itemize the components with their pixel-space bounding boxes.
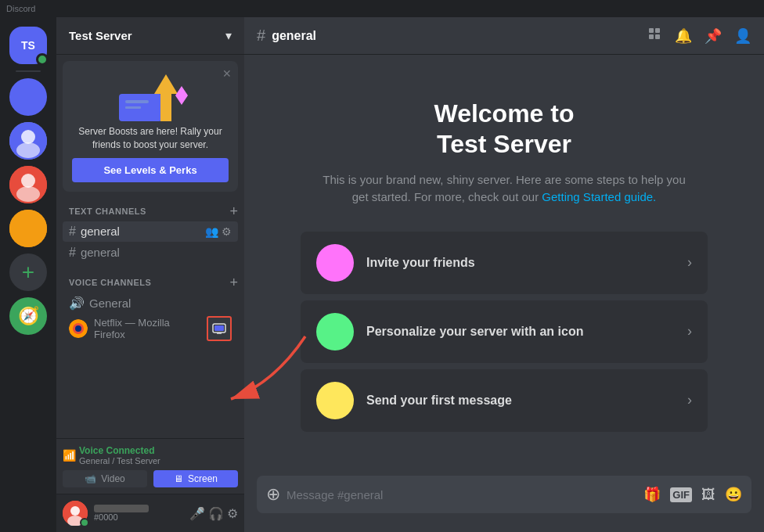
action-cards: 🐾 Invite your friends › 🎨 Personalize y <box>301 232 708 432</box>
user-avatar <box>63 501 88 526</box>
boost-banner-text: Server Boosts are here! Rally your frien… <box>72 125 229 152</box>
channel-hashtag-icon: # <box>257 27 265 45</box>
invite-friends-card[interactable]: 🐾 Invite your friends › <box>301 232 708 294</box>
gift-icon[interactable]: 🎁 <box>643 486 661 503</box>
voice-actions: 📹 Video 🖥 Screen <box>63 470 238 487</box>
svg-point-30 <box>324 390 346 412</box>
channel-item-general-2[interactable]: # general <box>63 243 238 263</box>
sticker-icon[interactable]: 🖼 <box>701 487 715 503</box>
voice-channel-general[interactable]: 🔊 General <box>63 293 238 314</box>
svg-point-5 <box>16 186 40 202</box>
avatar-svg <box>9 122 47 160</box>
channel-sidebar: Test Server ▾ ✕ <box>56 17 244 532</box>
notifications-icon[interactable]: 🔔 <box>675 27 692 45</box>
emoji-icon[interactable]: 😀 <box>725 486 742 503</box>
message-input[interactable] <box>286 480 637 510</box>
video-button[interactable]: 📹 Video <box>63 470 147 487</box>
microphone-icon[interactable]: 🎤 <box>189 506 205 521</box>
message-icon: 💬 <box>316 382 354 419</box>
boost-illustration <box>72 70 229 125</box>
title-bar: Discord <box>0 0 764 17</box>
invite-icon: 🐾 <box>316 244 354 282</box>
message-input-bar: ⊕ 🎁 GIF 🖼 😀 <box>244 476 764 532</box>
online-status <box>80 518 89 527</box>
invite-arrow-icon: › <box>687 254 692 271</box>
voice-connected-bar: 📶 Voice Connected General / Test Server … <box>56 438 244 494</box>
personalize-card[interactable]: 🎨 Personalize your server with an icon › <box>301 300 708 363</box>
speaker-icon: 🔊 <box>69 296 85 311</box>
add-member-icon[interactable]: 👥 <box>205 225 218 238</box>
add-channel-button[interactable]: + <box>229 204 238 218</box>
user-actions: 🎤 🎧 ⚙ <box>189 506 238 521</box>
add-message-icon[interactable]: ⊕ <box>266 476 280 513</box>
category-header-voice: VOICE CHANNELS + <box>56 275 244 289</box>
see-levels-perks-button[interactable]: See Levels & Perks <box>72 158 229 182</box>
getting-started-link[interactable]: Getting Started guide. <box>542 190 656 203</box>
gif-icon[interactable]: GIF <box>670 487 692 502</box>
svg-rect-8 <box>125 100 149 103</box>
svg-rect-9 <box>125 106 141 109</box>
settings-icon[interactable]: ⚙ <box>222 225 232 238</box>
svg-point-26 <box>324 252 346 274</box>
svg-point-6 <box>9 210 47 247</box>
server-icon-4[interactable] <box>9 210 47 247</box>
personalize-icon: 🎨 <box>316 313 354 350</box>
channel-header-left: # general <box>257 27 316 45</box>
text-channels-category: TEXT CHANNELS + # general 👥 ⚙ # <box>56 204 244 263</box>
voice-channels-label: VOICE CHANNELS <box>69 278 151 287</box>
svg-point-1 <box>21 130 35 144</box>
channel-item-general-active[interactable]: # general 👥 ⚙ <box>63 221 238 242</box>
svg-point-2 <box>16 142 40 158</box>
server-divider <box>16 70 41 72</box>
voice-connected-info: 📶 Voice Connected General / Test Server <box>63 445 238 466</box>
boost-banner: ✕ <box>63 61 238 192</box>
members-icon[interactable]: 👤 <box>734 27 751 45</box>
pin-icon[interactable]: 📌 <box>705 27 722 45</box>
user-status: #0000 <box>94 512 183 522</box>
svg-point-14 <box>75 325 81 332</box>
invite-friends-label: Invite your friends <box>366 256 675 270</box>
send-message-card[interactable]: 💬 Send your first message › <box>301 369 708 432</box>
app-title: Discord <box>6 4 35 13</box>
headphones-icon[interactable]: 🎧 <box>208 506 224 521</box>
server-icon-3[interactable] <box>9 166 47 203</box>
welcome-title: Welcome toTest Server <box>434 99 575 159</box>
user-info: #0000 <box>94 505 183 522</box>
channel-header-name: general <box>272 29 316 43</box>
send-message-label: Send your first message <box>366 394 675 408</box>
personalize-arrow-icon: › <box>687 323 692 340</box>
server-add-button[interactable]: + <box>9 253 47 291</box>
voice-connected-status: Voice Connected <box>79 445 160 456</box>
welcome-description: This is your brand new, shiny server. He… <box>316 171 692 207</box>
voice-user-avatar <box>69 319 88 338</box>
svg-point-20 <box>70 506 80 516</box>
username <box>94 505 149 512</box>
hashtag-icon: # <box>69 225 76 239</box>
server-icon-ts[interactable]: TS <box>9 27 47 64</box>
user-settings-icon[interactable]: ⚙ <box>227 506 238 521</box>
channels-icon[interactable] <box>647 26 662 45</box>
voice-user-netflix: Netflix — Mozilla Firefox <box>63 315 238 343</box>
server-sidebar: TS <box>0 17 56 532</box>
screen-share-bottom-button[interactable]: 🖥 Screen <box>153 470 238 487</box>
svg-rect-23 <box>655 28 660 33</box>
svg-point-28 <box>324 321 346 343</box>
message-input-actions: 🎁 GIF 🖼 😀 <box>643 486 742 503</box>
boost-svg <box>111 70 189 125</box>
avatar-svg3 <box>9 210 47 247</box>
voice-channels-category: VOICE CHANNELS + 🔊 General <box>56 275 244 343</box>
message-arrow-icon: › <box>687 392 692 408</box>
server-icon-1[interactable] <box>9 78 47 116</box>
server-icon-2[interactable] <box>9 122 47 160</box>
main-content: # general 🔔 📌 👤 Welcome toTest <box>244 17 764 532</box>
server-header[interactable]: Test Server ▾ <box>56 17 244 55</box>
voice-connected-location: General / Test Server <box>79 456 160 466</box>
chevron-down-icon: ▾ <box>225 28 232 43</box>
camera-icon: 📹 <box>85 473 96 484</box>
svg-point-4 <box>21 174 35 188</box>
message-input-wrapper: ⊕ 🎁 GIF 🖼 😀 <box>257 476 751 513</box>
svg-rect-24 <box>649 34 654 39</box>
explore-servers-button[interactable]: 🧭 <box>9 297 47 335</box>
add-voice-channel-button[interactable]: + <box>229 275 238 289</box>
screen-share-button[interactable] <box>207 316 232 341</box>
